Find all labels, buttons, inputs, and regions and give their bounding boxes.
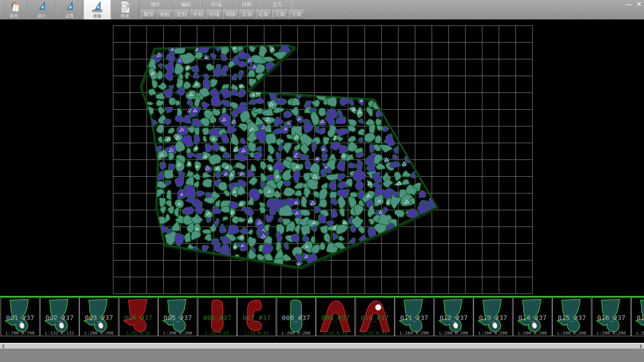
piece-counts-label: L:200 R:200	[592, 330, 631, 336]
piece-id-label: 003_#37	[80, 314, 118, 322]
piece-counts-label: L:200 R:200	[514, 330, 552, 336]
close-button[interactable]: ✕	[635, 0, 643, 9]
piece-thumbnail-001_#37[interactable]: 001_#37L:700 R:700	[1, 297, 40, 336]
piece-counts-label: L:200 R:200	[474, 330, 512, 336]
toolbar-button-label: 系统	[0, 13, 27, 19]
piece-thumbnail-012_#37[interactable]: 012_#37L:200 R:200	[434, 297, 473, 336]
menu-tab-3[interactable]: 区域	[201, 0, 231, 9]
action-button-3[interactable]: 选割	[174, 10, 189, 19]
piece-id-label: 012_#37	[435, 314, 473, 322]
nesting-app-window: ⚙系统设计设置排版报表 属性编辑区域排料交互 聚排相机选割全割区域瑕疵左靠右靠上…	[0, 0, 644, 362]
action-button-9[interactable]: 上靠	[272, 10, 288, 19]
toolbar-button-1[interactable]: ⚙系统	[0, 0, 28, 19]
piece-counts-label: L:200 R:200	[159, 330, 197, 336]
piece-thumbnail-016_#37[interactable]: 016_#37L:200 R:200	[592, 297, 631, 336]
action-button-6[interactable]: 瑕疵	[223, 10, 238, 19]
piece-counts-label: L:200 R:200	[395, 330, 433, 336]
piece-id-label: 006_#37	[198, 314, 236, 322]
nesting-setsquare-icon	[84, 1, 111, 13]
action-button-4[interactable]: 全割	[190, 10, 206, 19]
action-button-2[interactable]: 相机	[157, 10, 173, 19]
system-gear-table-icon: ⚙	[0, 1, 27, 13]
toolbar-button-2[interactable]: 设计	[28, 0, 55, 19]
piece-id-label: 009_#37	[316, 314, 355, 322]
piece-counts-label: L:31 R:31	[237, 330, 276, 336]
action-button-10[interactable]: 下靠	[289, 10, 304, 19]
toolbar-button-label: 设计	[28, 13, 55, 19]
piece-counts-label: L:21 R:21	[198, 330, 236, 336]
piece-counts-label: L:200 R:200	[435, 330, 473, 336]
piece-id-label: 017_#37	[632, 314, 644, 322]
piece-counts-label: L:31 R:31	[119, 330, 158, 336]
main-toolbar: ⚙系统设计设置排版报表 属性编辑区域排料交互 聚排相机选割全割区域瑕疵左靠右靠上…	[0, 0, 644, 19]
piece-id-label: 004_#37	[119, 314, 158, 322]
action-button-7[interactable]: 左靠	[239, 10, 255, 19]
status-bar	[0, 349, 644, 362]
piece-id-label: 016_#37	[592, 314, 631, 322]
toolbar-button-4[interactable]: 排版	[84, 0, 111, 19]
piece-thumbnail-004_#37[interactable]: 004_#37L:31 R:31	[119, 297, 158, 336]
piece-thumbnail-014_#37[interactable]: 014_#37L:200 R:200	[513, 297, 552, 336]
piece-id-label: 002_#37	[41, 314, 79, 322]
nesting-canvas[interactable]	[0, 19, 644, 296]
toolbar-button-3[interactable]: 设置	[56, 0, 83, 19]
toolbar-button-label: 排版	[84, 13, 111, 19]
menu-tab-4[interactable]: 排料	[232, 0, 262, 9]
piece-thumbnail-017_#37[interactable]: 017_#37L:200 R:200	[631, 297, 644, 336]
menu-tab-2[interactable]: 编辑	[171, 0, 201, 9]
piece-thumbnail-007_#37[interactable]: 007_#37L:31 R:31	[237, 297, 276, 336]
piece-thumbnail-011_#37[interactable]: 011_#37L:200 R:200	[395, 297, 434, 336]
piece-id-label: 008_#37	[277, 314, 315, 322]
toolbar-button-label: 设置	[56, 13, 83, 19]
report-document-icon	[112, 1, 139, 13]
piece-counts-label: L:32 R:31	[316, 330, 355, 336]
action-button-1[interactable]: 聚排	[141, 10, 156, 19]
piece-counts-label: L:200 R:200	[277, 330, 315, 336]
piece-id-label: 014_#37	[514, 314, 552, 322]
piece-counts-label: L:33 R:33	[356, 330, 394, 336]
horizontal-scrollbar[interactable]: ❮ ❯	[0, 343, 644, 349]
piece-id-label: 001_#37	[1, 314, 39, 322]
piece-id-label: 013_#37	[474, 314, 512, 322]
piece-thumbnail-013_#37[interactable]: 013_#37L:200 R:200	[474, 297, 513, 336]
piece-id-label: 010_#37	[356, 314, 394, 322]
piece-thumbnail-006_#37[interactable]: 006_#37L:21 R:21	[198, 297, 237, 336]
toolbar-button-label: 报表	[112, 13, 139, 19]
scroll-right-arrow-icon[interactable]: ❯	[638, 344, 643, 348]
piece-id-label: 005_#37	[159, 314, 197, 322]
piece-counts-label: L:132 R:132	[41, 330, 79, 336]
piece-thumbnail-002_#37[interactable]: 002_#37L:132 R:132	[40, 297, 79, 336]
design-setsquare-icon	[28, 1, 55, 13]
piece-counts-label: L:700 R:700	[1, 330, 39, 336]
minimize-button[interactable]: —	[625, 0, 633, 9]
piece-thumbnail-010_#37[interactable]: 010_#37L:33 R:33	[356, 297, 394, 336]
window-controls: — ✕	[625, 0, 643, 9]
piece-counts-label: L:200 R:200	[80, 330, 118, 336]
settings-setsquare-icon	[56, 1, 83, 13]
piece-id-label: 015_#37	[553, 314, 591, 322]
pieces-thumbnail-strip: 001_#37L:700 R:700002_#37L:132 R:132003_…	[0, 296, 644, 343]
piece-id-label: 011_#37	[395, 314, 433, 322]
piece-thumbnail-003_#37[interactable]: 003_#37L:200 R:200	[79, 297, 118, 336]
piece-thumbnail-008_#37[interactable]: 008_#37L:200 R:200	[277, 297, 316, 336]
piece-thumbnail-015_#37[interactable]: 015_#37L:200 R:200	[552, 297, 591, 336]
action-button-8[interactable]: 右靠	[256, 10, 271, 19]
toolbar-button-5[interactable]: 报表	[111, 0, 139, 19]
piece-counts-label: L:200 R:200	[553, 330, 591, 336]
piece-id-label: 007_#37	[237, 314, 276, 322]
piece-thumbnail-009_#37[interactable]: 009_#37L:32 R:31	[316, 297, 355, 336]
menu-tab-5[interactable]: 交互	[262, 0, 292, 9]
strip-accent-line	[0, 296, 644, 297]
scroll-left-arrow-icon[interactable]: ❮	[1, 344, 6, 348]
piece-thumbnail-005_#37[interactable]: 005_#37L:200 R:200	[158, 297, 197, 336]
action-button-5[interactable]: 区域	[207, 10, 222, 19]
menu-tab-1[interactable]: 属性	[140, 0, 170, 9]
piece-counts-label: L:200 R:200	[632, 330, 644, 336]
